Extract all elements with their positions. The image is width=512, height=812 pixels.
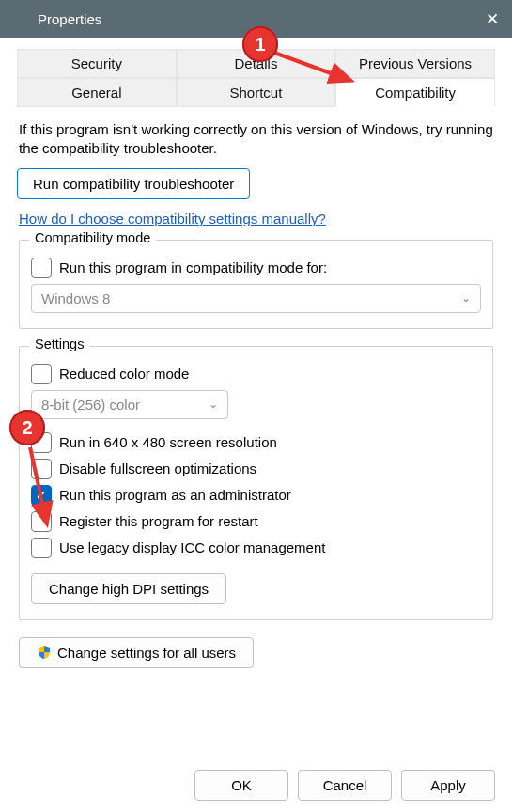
compat-mode-label: Run this program in compatibility mode f… [59, 259, 327, 275]
legacy-icc-label: Use legacy display ICC color management [59, 539, 325, 555]
color-mode-select-value: 8-bit (256) color [41, 397, 140, 413]
chevron-down-icon: ⌄ [209, 398, 218, 411]
settings-group: Settings Reduced color mode 8-bit (256) … [19, 346, 493, 620]
chevron-down-icon: ⌄ [461, 291, 471, 304]
close-icon[interactable]: ✕ [486, 9, 499, 29]
run-640-label: Run in 640 x 480 screen resolution [59, 434, 277, 450]
tab-general[interactable]: General [17, 78, 177, 107]
high-dpi-button[interactable]: Change high DPI settings [31, 573, 226, 604]
ok-button[interactable]: OK [194, 770, 288, 801]
dialog-content: Security Details Previous Versions Gener… [0, 38, 512, 668]
disable-fullscreen-label: Disable fullscreen optimizations [59, 461, 256, 476]
register-restart-label: Register this program for restart [59, 513, 258, 529]
compatibility-mode-legend: Compatibility mode [29, 230, 156, 245]
callout-2: 2 [9, 410, 45, 445]
arrow-1-icon [271, 47, 365, 94]
reduced-color-checkbox[interactable] [31, 364, 52, 384]
cancel-button[interactable]: Cancel [298, 770, 392, 801]
tab-security[interactable]: Security [17, 49, 177, 78]
change-all-users-label: Change settings for all users [57, 645, 236, 661]
arrow-2-icon [21, 444, 58, 538]
manual-settings-link[interactable]: How do I choose compatibility settings m… [19, 211, 326, 226]
apply-button[interactable]: Apply [401, 770, 495, 801]
settings-legend: Settings [29, 336, 89, 351]
compat-mode-checkbox[interactable] [31, 258, 52, 278]
callout-1: 1 [242, 26, 278, 62]
shield-icon [37, 645, 52, 660]
window-title: Properties [38, 11, 101, 27]
reduced-color-label: Reduced color mode [59, 366, 189, 382]
svg-line-0 [274, 53, 351, 81]
run-admin-label: Run this program as an administrator [59, 487, 291, 503]
compatibility-mode-group: Compatibility mode Run this program in c… [19, 240, 493, 329]
color-mode-select[interactable]: 8-bit (256) color ⌄ [31, 390, 228, 419]
run-troubleshooter-button[interactable]: Run compatibility troubleshooter [17, 168, 250, 199]
compat-mode-select[interactable]: Windows 8 ⌄ [31, 284, 481, 313]
compat-mode-select-value: Windows 8 [41, 290, 110, 306]
dialog-buttons: OK Cancel Apply [194, 770, 495, 801]
description-text: If this program isn't working correctly … [19, 120, 493, 159]
svg-line-1 [30, 447, 47, 524]
legacy-icc-checkbox[interactable] [31, 538, 52, 558]
change-all-users-button[interactable]: Change settings for all users [19, 637, 254, 668]
